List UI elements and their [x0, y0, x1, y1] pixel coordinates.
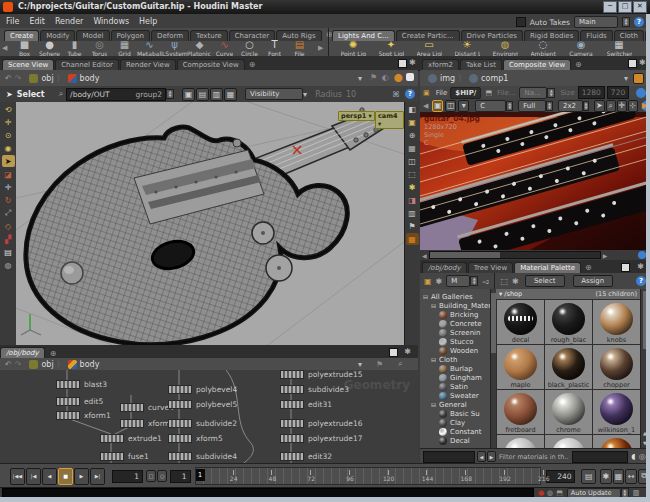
jump-to-start-button[interactable]: |◀◀	[10, 468, 25, 485]
pane-tab-xform2[interactable]: xform2	[422, 59, 459, 70]
back-icon[interactable]: ↶	[5, 74, 12, 83]
record-icon[interactable]: ●	[538, 489, 544, 497]
grid-toggle-icon[interactable]: ▦	[406, 142, 419, 154]
next-frame-button[interactable]: ▶|	[90, 468, 105, 485]
network-crumb-node[interactable]: body	[80, 360, 100, 369]
quad-layout-icon[interactable]: ▦	[406, 233, 419, 245]
pane-tab-take-list[interactable]: Take List	[460, 59, 502, 70]
gallery-tree-item-burlap[interactable]: Burlap	[420, 364, 490, 373]
pane-tab-add-icon[interactable]: ⊕	[249, 60, 256, 69]
material-cell-wilkinson-1[interactable]: wilkinson_1	[593, 390, 640, 434]
tool-font[interactable]: TFont	[262, 39, 287, 57]
prev-keyframe-button[interactable]: |◀	[26, 468, 41, 485]
gallery-tree-item-constant[interactable]: Constant	[420, 427, 490, 436]
menu-render[interactable]: Render	[55, 17, 83, 26]
gallery-tree-item-all-galleries[interactable]: ⊟All Galleries	[420, 292, 490, 301]
tool-grid[interactable]: ▦Grid	[112, 39, 137, 57]
shelf-scroll-left[interactable]: ◀	[2, 44, 7, 52]
translate-handle-icon[interactable]: ✛	[2, 181, 15, 193]
left-pane-gear-icon[interactable]: ✱	[409, 58, 416, 67]
view-pivot-icon[interactable]: ⊕	[406, 129, 419, 141]
channel-dropdown[interactable]: C	[475, 100, 506, 112]
material-cell-chrome[interactable]: chrome	[545, 390, 592, 434]
globe-icon[interactable]: ◐	[382, 73, 389, 82]
node-blast3[interactable]: blast3	[56, 380, 107, 389]
scroll-right-icon[interactable]: ▶	[603, 252, 608, 259]
node-polyextrude16[interactable]: polyextrude16	[280, 419, 363, 428]
auto-takes-checkbox[interactable]	[516, 17, 526, 27]
node-polyextrude15[interactable]: polyextrude15	[280, 370, 363, 379]
render-status-icon[interactable]: ◍	[547, 489, 553, 497]
material-cell-black-plastic[interactable]: black_plastic	[545, 345, 592, 389]
na-stepper[interactable]: ▲▼	[547, 88, 555, 98]
resolution-stepper[interactable]: ▲▼	[546, 101, 553, 111]
material-pane-add-icon[interactable]: ⊕	[585, 263, 592, 272]
menu-edit[interactable]: Edit	[29, 17, 45, 26]
pane-tab-channel-editor[interactable]: Channel Editor	[55, 59, 119, 70]
gallery-tree-item-stucco[interactable]: Stucco	[420, 337, 490, 346]
gallery-tree-item-building-materi[interactable]: ⊟Building_Materi	[420, 301, 490, 310]
gallery-tree-item-wooden[interactable]: Wooden	[420, 346, 490, 355]
na-dropdown[interactable]: Na...	[519, 87, 547, 99]
tool-tube[interactable]: ▮Tube	[62, 39, 87, 57]
image-crumb-root[interactable]: img	[440, 74, 455, 83]
pan-mode-button[interactable]: ✛	[617, 100, 627, 112]
node-xform1[interactable]: xform1	[56, 411, 111, 420]
title-bar[interactable]: C:/hprojects/Guitar/CustomGuitar.hip - H…	[0, 0, 650, 15]
play-reverse-button[interactable]: ◀	[42, 468, 57, 485]
fit-button[interactable]: ⊹	[628, 100, 638, 112]
scene-viewport[interactable]: persp1 ▾ cam4 ▾	[16, 102, 404, 345]
world-icon[interactable]: ◍	[2, 259, 15, 271]
flipbook-button[interactable]: ▾	[458, 100, 469, 112]
playback-controls-button[interactable]: ▤	[581, 469, 595, 484]
selection-path-field[interactable]: /body/OUTgroup2	[66, 88, 166, 101]
hip-dropdown[interactable]: $HIP/	[450, 87, 481, 99]
maximize-button[interactable]: □	[618, 1, 632, 13]
tool-environm[interactable]: ◍Environm...	[486, 39, 524, 57]
play-button[interactable]: ▶	[74, 468, 89, 485]
tree-expand-icon[interactable]: ⊟	[431, 302, 436, 309]
display-flags-icon[interactable]: ⚑	[406, 220, 419, 232]
network-gear-icon[interactable]: ✱	[404, 347, 411, 356]
gallery-tree-item-general[interactable]: ⊟General	[420, 400, 490, 409]
select-edges-button[interactable]: ▤	[196, 88, 209, 101]
gallery-tree-item-screenin[interactable]: Screenin	[420, 328, 490, 337]
lock-camera-icon[interactable]: ▣	[406, 116, 419, 128]
pin-flag-icon[interactable]: ⚑	[370, 73, 377, 82]
gallery-filter-input[interactable]	[423, 451, 475, 463]
gallery-tree-item-clay[interactable]: Clay	[420, 418, 490, 427]
scene-crumb-node[interactable]: body	[80, 74, 100, 83]
material-filter-input[interactable]	[572, 451, 628, 463]
tree-expand-icon[interactable]: ⊟	[423, 293, 428, 300]
right-pane-maximize-icon[interactable]	[628, 59, 637, 68]
select-prims-button[interactable]: ▥	[210, 88, 223, 101]
filter-clear-icon[interactable]: ◎	[639, 452, 646, 461]
pane-tab-composite-view[interactable]: Composite View	[503, 59, 571, 70]
cache-status-icon[interactable]: ⬒	[556, 489, 563, 497]
node-subdivide3[interactable]: subdivide3	[280, 385, 349, 394]
pane-tab-add-icon[interactable]: ⊕	[575, 60, 582, 69]
compare-button[interactable]: ◫	[445, 100, 456, 112]
scene-path-dropdown-icon[interactable]: ▾	[358, 74, 362, 83]
gallery-tree-item-satin[interactable]: Satin	[420, 382, 490, 391]
gallery-tree-item-basic-su[interactable]: Basic Su	[420, 409, 490, 418]
assign-material-button[interactable]: Assign	[573, 275, 613, 287]
material-pane-tab-material-palette[interactable]: Material Palette	[514, 262, 581, 273]
gallery-gear-icon[interactable]: ✱	[436, 277, 443, 286]
select-material-button[interactable]: Select	[525, 275, 565, 287]
stop-button[interactable]: ■	[58, 468, 73, 485]
pane-tab-render-view[interactable]: Render View	[120, 59, 176, 70]
cam-view-label[interactable]: cam4 ▾	[375, 111, 404, 129]
pane-tab-scene-view[interactable]: Scene View	[2, 59, 54, 70]
tree-expand-icon[interactable]: ⊟	[431, 401, 436, 408]
network-back-icon[interactable]: ↶	[5, 360, 12, 369]
take-select[interactable]: Main	[574, 16, 618, 28]
network-find-icon[interactable]: ⌕	[398, 359, 402, 369]
memory-icon[interactable]: ▥	[633, 489, 640, 497]
range-limit-button[interactable]: □	[146, 470, 156, 482]
dolly-tool-icon[interactable]: ⊙	[2, 129, 15, 141]
material-cell-maple[interactable]: maple	[497, 345, 544, 389]
visibility-select[interactable]: Visibility	[245, 88, 303, 100]
audio-icon[interactable]: ◅	[482, 277, 488, 286]
tool-metaball[interactable]: ∿Metaball	[137, 39, 162, 57]
